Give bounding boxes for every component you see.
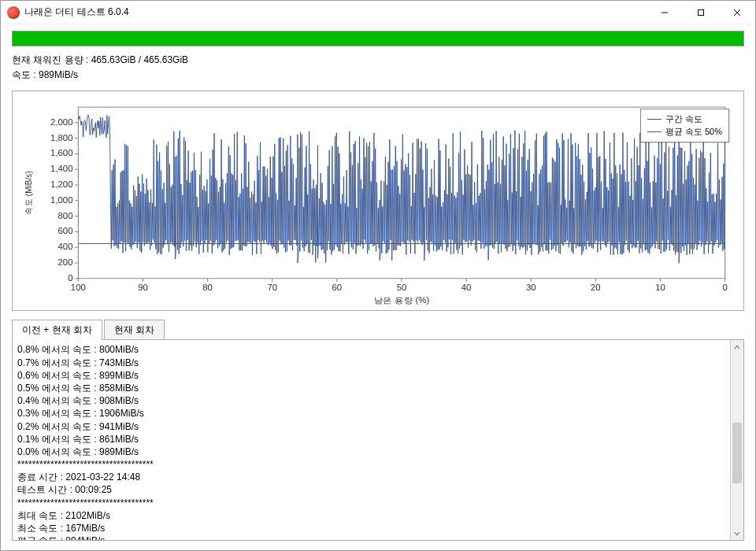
svg-rect-1 [699,9,704,15]
scroll-down-button[interactable] [731,527,743,540]
filled-value: 465.63GiB / 465.63GiB [91,54,188,65]
svg-text:800: 800 [58,212,73,220]
speed-line: 속도 : 989MiB/s [12,68,744,83]
svg-text:70: 70 [267,283,277,292]
legend-label-2: 평균 속도 50% [665,126,722,138]
legend-label-1: 구간 속도 [665,113,702,125]
window-controls [647,1,755,24]
tab-label-2: 현재 회차 [114,324,154,335]
maximize-button[interactable] [683,1,719,24]
chevron-down-icon [734,531,740,537]
close-icon [733,9,741,17]
svg-text:1,200: 1,200 [50,180,72,189]
chart-area: 02004006008001,0001,2001,4001,6001,8002,… [17,99,734,305]
progress-bar [12,31,744,46]
status-info: 현재 채워진 용량 : 465.63GiB / 465.63GiB 속도 : 9… [1,51,755,87]
log-scrollbar[interactable] [730,340,743,540]
legend-series1: 구간 속도 [647,113,722,125]
maximize-icon [697,9,705,17]
svg-text:1,800: 1,800 [50,134,72,142]
svg-text:200: 200 [58,258,73,267]
tab-label-1: 이전 + 현재 회차 [22,324,92,335]
title-bar: 나래온 더티 테스트 6.0.4 [1,1,755,24]
log-panel: 0.8% 에서의 속도 : 800MiB/s 0.7% 에서의 속도 : 743… [12,339,744,541]
speed-label: 속도 : [12,69,36,80]
tab-current[interactable]: 현재 회차 [104,320,165,340]
svg-text:80: 80 [202,283,213,292]
minimize-button[interactable] [647,1,683,24]
svg-text:50: 50 [397,283,407,292]
svg-text:0: 0 [722,283,727,292]
svg-text:0: 0 [68,274,72,283]
log-tabs: 이전 + 현재 회차 현재 회차 [12,319,744,339]
minimize-icon [661,9,669,17]
legend-swatch-blue [647,119,662,120]
legend-swatch-red [647,131,662,132]
svg-text:20: 20 [591,283,601,292]
svg-text:2,000: 2,000 [50,118,72,127]
chart-legend: 구간 속도 평균 속도 50% [640,109,729,142]
legend-series2: 평균 속도 50% [647,126,722,138]
chart-panel: 02004006008001,0001,2001,4001,6001,8002,… [12,91,744,311]
close-button[interactable] [719,1,755,24]
speed-chart: 02004006008001,0001,2001,4001,6001,8002,… [17,99,734,305]
svg-text:남은 용량 (%): 남은 용량 (%) [374,296,430,305]
chevron-up-icon [734,344,740,350]
svg-text:90: 90 [138,283,148,292]
tab-previous-current[interactable]: 이전 + 현재 회차 [12,320,102,340]
app-icon [7,6,20,19]
window-title: 나래온 더티 테스트 6.0.4 [24,6,647,19]
svg-text:속도 (MiB/s): 속도 (MiB/s) [24,172,34,215]
scroll-up-button[interactable] [731,340,743,353]
filled-label: 현재 채워진 용량 : [12,54,88,65]
svg-text:100: 100 [71,283,86,292]
filled-capacity-line: 현재 채워진 용량 : 465.63GiB / 465.63GiB [12,53,744,68]
svg-text:1,000: 1,000 [50,196,72,205]
scroll-track[interactable] [731,353,743,527]
log-text[interactable]: 0.8% 에서의 속도 : 800MiB/s 0.7% 에서의 속도 : 743… [13,340,730,540]
svg-text:40: 40 [461,283,472,292]
svg-text:400: 400 [58,242,73,251]
svg-text:1,400: 1,400 [50,165,72,173]
svg-text:600: 600 [58,227,73,235]
svg-text:30: 30 [526,283,536,292]
scroll-thumb[interactable] [732,423,742,483]
svg-text:60: 60 [332,283,343,292]
speed-value: 989MiB/s [39,69,78,80]
svg-text:1,600: 1,600 [50,149,72,157]
progress-container [1,24,755,51]
svg-text:10: 10 [655,283,665,292]
